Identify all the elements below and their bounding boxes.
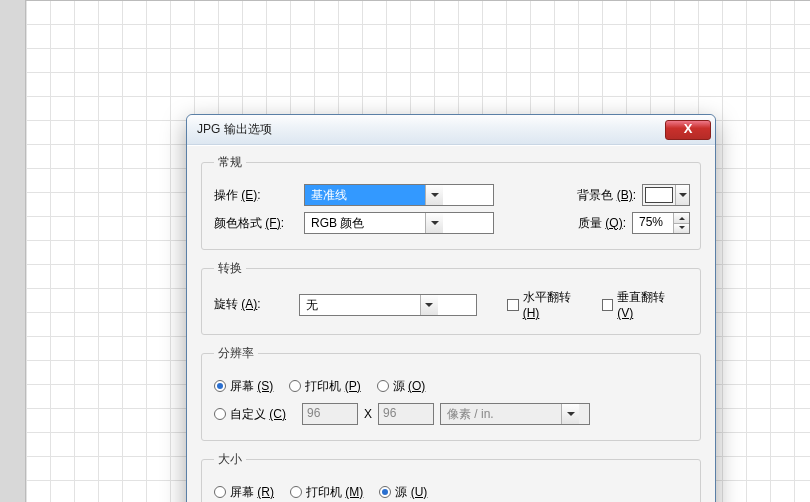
legend-resolution: 分辨率 <box>214 345 258 362</box>
chevron-down-icon <box>561 404 579 424</box>
radio-icon <box>214 380 226 392</box>
legend-general: 常规 <box>214 154 246 171</box>
chevron-down-icon <box>420 295 438 315</box>
chevron-down-icon <box>675 185 689 205</box>
radio-icon <box>289 380 301 392</box>
res-screen-label: 屏幕 (S) <box>230 378 273 395</box>
quality-value: 75% <box>633 213 673 233</box>
bgcolor-picker[interactable] <box>642 184 690 206</box>
canvas-top-border <box>26 0 810 1</box>
group-size: 大小 屏幕 (R) 打印机 (M) <box>201 451 701 502</box>
spin-up-icon[interactable] <box>674 213 689 224</box>
res-unit-combo[interactable]: 像素 / in. <box>440 403 590 425</box>
titlebar[interactable]: JPG 输出选项 X <box>187 115 715 145</box>
colorformat-label: 颜色格式 (F): <box>214 215 298 232</box>
checkbox-icon <box>602 299 613 311</box>
spin-down-icon[interactable] <box>674 224 689 234</box>
res-screen-radio[interactable]: 屏幕 (S) <box>214 378 273 395</box>
size-source-radio[interactable]: 源 (U) <box>379 484 427 501</box>
fliph-checkbox[interactable]: 水平翻转 (H) <box>507 289 586 320</box>
group-transform: 转换 旋转 (A): 无 水平翻转 (H) <box>201 260 701 335</box>
size-source-label: 源 (U) <box>395 484 427 501</box>
checkbox-icon <box>507 299 518 311</box>
colorformat-value: RGB 颜色 <box>305 213 425 233</box>
colorformat-combo[interactable]: RGB 颜色 <box>304 212 494 234</box>
legend-transform: 转换 <box>214 260 246 277</box>
group-general: 常规 操作 (E): 基准线 背景色 (B): <box>201 154 701 250</box>
chevron-down-icon <box>425 185 443 205</box>
res-printer-radio[interactable]: 打印机 (P) <box>289 378 360 395</box>
radio-icon <box>290 486 302 498</box>
group-resolution: 分辨率 屏幕 (S) 打印机 (P) <box>201 345 701 441</box>
jpg-export-dialog: JPG 输出选项 X 常规 操作 (E): 基准线 背景色 (B): <box>186 114 716 502</box>
res-sep: X <box>364 407 372 421</box>
res-source-radio[interactable]: 源 (O) <box>377 378 426 395</box>
radio-icon <box>379 486 391 498</box>
color-swatch <box>645 187 673 203</box>
chevron-down-icon <box>425 213 443 233</box>
legend-size: 大小 <box>214 451 246 468</box>
dialog-body: 常规 操作 (E): 基准线 背景色 (B): <box>187 145 715 502</box>
res-x-input[interactable]: 96 <box>302 403 358 425</box>
size-printer-radio[interactable]: 打印机 (M) <box>290 484 363 501</box>
radio-icon <box>377 380 389 392</box>
size-screen-radio[interactable]: 屏幕 (R) <box>214 484 274 501</box>
res-y-input[interactable]: 96 <box>378 403 434 425</box>
rotate-label: 旋转 (A): <box>214 296 293 313</box>
ruler-left <box>0 0 26 502</box>
res-printer-label: 打印机 (P) <box>305 378 360 395</box>
fliph-label: 水平翻转 (H) <box>523 289 586 320</box>
size-printer-label: 打印机 (M) <box>306 484 363 501</box>
rotate-combo[interactable]: 无 <box>299 294 477 316</box>
quality-spinner[interactable]: 75% <box>632 212 690 234</box>
res-custom-label: 自定义 (C) <box>230 406 286 423</box>
quality-label: 质量 (Q): <box>578 215 626 232</box>
res-source-label: 源 (O) <box>393 378 426 395</box>
operation-combo[interactable]: 基准线 <box>304 184 494 206</box>
bgcolor-label: 背景色 (B): <box>577 187 636 204</box>
res-unit-value: 像素 / in. <box>441 404 561 424</box>
res-custom-radio[interactable]: 自定义 (C) <box>214 406 286 423</box>
operation-value: 基准线 <box>305 185 425 205</box>
radio-icon <box>214 486 226 498</box>
dialog-title: JPG 输出选项 <box>197 121 665 138</box>
size-screen-label: 屏幕 (R) <box>230 484 274 501</box>
radio-icon <box>214 408 226 420</box>
flipv-checkbox[interactable]: 垂直翻转 (V) <box>602 289 680 320</box>
flipv-label: 垂直翻转 (V) <box>617 289 680 320</box>
close-icon: X <box>684 121 693 136</box>
rotate-value: 无 <box>300 295 420 315</box>
close-button[interactable]: X <box>665 120 711 140</box>
operation-label: 操作 (E): <box>214 187 298 204</box>
